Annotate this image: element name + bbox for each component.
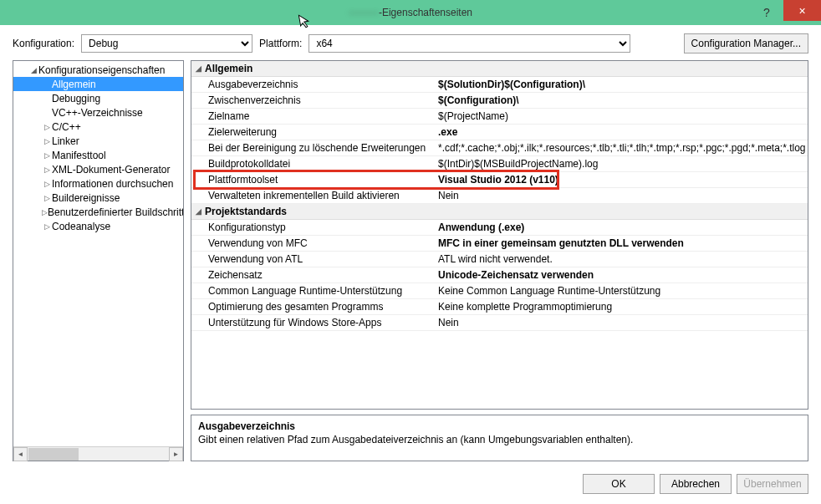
titlebar: ———-Eigenschaftenseiten ? × <box>0 0 821 25</box>
property-row[interactable]: ZeichensatzUnicode-Zeichensatz verwenden <box>191 267 808 283</box>
chevron-right-icon: ▷ <box>42 208 48 216</box>
config-row: Konfiguration: Debug Plattform: x64 Conf… <box>0 25 821 60</box>
property-value[interactable]: Visual Studio 2012 (v110) <box>435 174 808 186</box>
chevron-right-icon: ▷ <box>42 165 52 174</box>
description-panel: Ausgabeverzeichnis Gibt einen relativen … <box>191 415 808 461</box>
property-name: Buildprotokolldatei <box>205 158 435 170</box>
property-value[interactable]: MFC in einer gemeinsam genutzten DLL ver… <box>435 237 808 249</box>
tree-item-xml-dokument-generator[interactable]: ▷XML-Dokument-Generator <box>13 162 183 176</box>
chevron-right-icon: ▷ <box>42 137 52 145</box>
chevron-right-icon: ▷ <box>42 194 52 202</box>
description-text: Gibt einen relativen Pfad zum Ausgabedat… <box>198 434 801 445</box>
apply-button[interactable]: Übernehmen <box>737 474 808 494</box>
tree-item-informationen-durchsuchen[interactable]: ▷Informationen durchsuchen <box>13 176 183 191</box>
property-row[interactable]: Common Language Runtime-UnterstützungKei… <box>191 283 808 299</box>
property-value[interactable]: Unicode-Zeichensatz verwenden <box>435 269 808 281</box>
property-row[interactable]: Unterstützung für Windows Store-AppsNein <box>191 315 808 331</box>
config-label: Konfiguration: <box>13 38 74 49</box>
property-name: Zeichensatz <box>205 269 435 281</box>
property-name: Ausgabeverzeichnis <box>205 79 435 90</box>
config-manager-button[interactable]: Configuration Manager... <box>684 33 808 53</box>
platform-select[interactable]: x64 <box>309 34 630 53</box>
tree-item-manifesttool[interactable]: ▷Manifesttool <box>13 148 183 162</box>
property-value[interactable]: ATL wird nicht verwendet. <box>435 253 808 265</box>
property-row[interactable]: Bei der Bereinigung zu löschende Erweite… <box>191 140 808 156</box>
tree-item-vc-verzeichnisse[interactable]: VC++-Verzeichnisse <box>13 105 183 120</box>
tree-item-codeanalyse[interactable]: ▷Codeanalyse <box>13 219 183 233</box>
tree-panel: ◢KonfigurationseigenschaftenAllgemeinDeb… <box>13 60 184 461</box>
chevron-right-icon: ▷ <box>42 222 52 231</box>
scroll-left-button[interactable]: ◄ <box>13 447 28 461</box>
tree-item-allgemein[interactable]: Allgemein <box>13 77 183 91</box>
property-value[interactable]: *.cdf;*.cache;*.obj;*.ilk;*.resources;*.… <box>435 142 808 154</box>
property-value[interactable]: Keine komplette Programmoptimierung <box>435 301 808 313</box>
tree-item-debugging[interactable]: Debugging <box>13 91 183 105</box>
tree-item-buildereignisse[interactable]: ▷Buildereignisse <box>13 191 183 205</box>
property-value[interactable]: $(ProjectName) <box>435 110 808 122</box>
property-value[interactable]: Keine Common Language Runtime-Unterstütz… <box>435 285 808 297</box>
property-name: Zielname <box>205 110 435 122</box>
property-value[interactable]: $(SolutionDir)$(Configuration)\ <box>435 79 808 90</box>
tree-item-benutzerdefinierter-buildschritt[interactable]: ▷Benutzerdefinierter Buildschritt <box>13 205 183 219</box>
property-name: Bei der Bereinigung zu löschende Erweite… <box>205 142 435 154</box>
chevron-right-icon: ▷ <box>42 151 52 160</box>
property-row[interactable]: Verwendung von ATLATL wird nicht verwend… <box>191 252 808 267</box>
property-row[interactable]: Verwendung von MFCMFC in einer gemeinsam… <box>191 236 808 252</box>
property-row[interactable]: Optimierung des gesamten ProgrammsKeine … <box>191 299 808 315</box>
property-name: Zwischenverzeichnis <box>205 94 435 106</box>
chevron-down-icon: ◢ <box>191 64 205 73</box>
property-row[interactable]: Ausgabeverzeichnis$(SolutionDir)$(Config… <box>191 77 808 93</box>
property-name: Konfigurationstyp <box>205 221 435 233</box>
property-value[interactable]: Anwendung (.exe) <box>435 221 808 233</box>
property-row[interactable]: Verwalteten inkrementellen Build aktivie… <box>191 188 808 204</box>
property-value[interactable]: .exe <box>435 126 808 138</box>
property-name: Verwalteten inkrementellen Build aktivie… <box>205 190 435 201</box>
property-row[interactable]: Zielerweiterung.exe <box>191 125 808 140</box>
section-header[interactable]: ◢Projektstandards <box>191 204 808 220</box>
property-name: Common Language Runtime-Unterstützung <box>205 285 435 297</box>
horizontal-scrollbar[interactable]: ◄ ► <box>13 446 183 461</box>
property-row[interactable]: PlattformtoolsetVisual Studio 2012 (v110… <box>191 172 808 188</box>
property-row[interactable]: Buildprotokolldatei$(IntDir)$(MSBuildPro… <box>191 156 808 172</box>
scroll-right-button[interactable]: ► <box>169 447 183 461</box>
chevron-right-icon: ▷ <box>42 123 52 131</box>
property-row[interactable]: Zielname$(ProjectName) <box>191 109 808 125</box>
tree-root[interactable]: ◢Konfigurationseigenschaften <box>13 63 183 77</box>
property-value[interactable]: $(IntDir)$(MSBuildProjectName).log <box>435 158 808 170</box>
tree-item-linker[interactable]: ▷Linker <box>13 134 183 148</box>
cancel-button[interactable]: Abbrechen <box>660 474 732 494</box>
chevron-down-icon: ◢ <box>191 207 205 216</box>
chevron-right-icon: ▷ <box>42 180 52 188</box>
platform-label: Plattform: <box>259 38 302 49</box>
property-row[interactable]: KonfigurationstypAnwendung (.exe) <box>191 220 808 236</box>
property-value[interactable]: Nein <box>435 317 808 328</box>
tree[interactable]: ◢KonfigurationseigenschaftenAllgemeinDeb… <box>13 61 183 446</box>
property-value[interactable]: Nein <box>435 190 808 201</box>
property-name: Verwendung von ATL <box>205 253 435 265</box>
window-title: ———-Eigenschaftenseiten <box>349 7 472 18</box>
section-header[interactable]: ◢Allgemein <box>191 61 808 77</box>
property-name: Plattformtoolset <box>205 174 435 186</box>
tree-item-c-c-[interactable]: ▷C/C++ <box>13 120 183 134</box>
footer: OK Abbrechen Übernehmen <box>583 474 808 494</box>
property-name: Zielerweiterung <box>205 126 435 138</box>
property-name: Verwendung von MFC <box>205 237 435 249</box>
property-grid[interactable]: ◢AllgemeinAusgabeverzeichnis$(SolutionDi… <box>191 60 808 410</box>
property-name: Optimierung des gesamten Programms <box>205 301 435 313</box>
property-value[interactable]: $(Configuration)\ <box>435 94 808 106</box>
close-button[interactable]: × <box>783 0 821 21</box>
property-row[interactable]: Zwischenverzeichnis$(Configuration)\ <box>191 93 808 109</box>
description-title: Ausgabeverzeichnis <box>198 420 801 432</box>
scroll-thumb[interactable] <box>28 448 79 461</box>
chevron-down-icon: ◢ <box>28 66 38 74</box>
help-button[interactable]: ? <box>754 0 779 25</box>
configuration-select[interactable]: Debug <box>81 34 252 53</box>
property-name: Unterstützung für Windows Store-Apps <box>205 317 435 328</box>
ok-button[interactable]: OK <box>583 474 655 494</box>
